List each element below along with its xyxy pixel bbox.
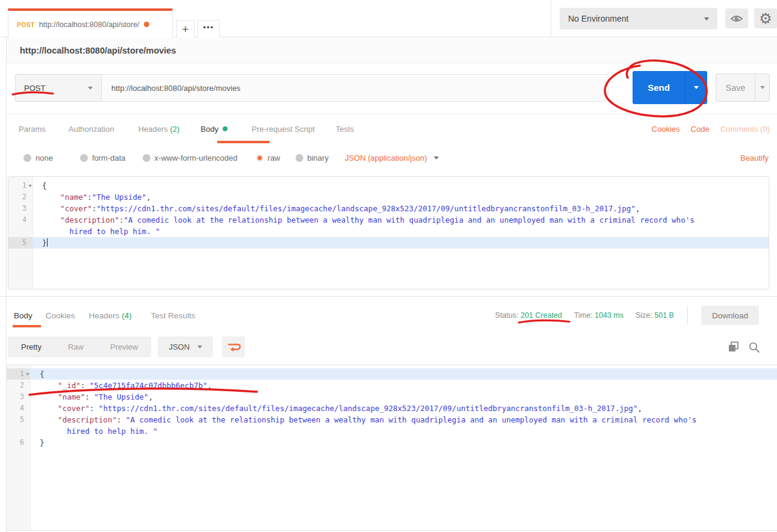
unsaved-changes-dot <box>144 22 149 27</box>
environment-label: No Environment <box>568 14 628 23</box>
code-line[interactable]: "description": "A comedic look at the re… <box>30 414 777 425</box>
radio-raw-label: raw <box>268 153 280 162</box>
download-button[interactable]: Download <box>701 306 759 325</box>
tab-headers[interactable]: Headers (2) <box>138 125 180 134</box>
comments-link[interactable]: Comments (0) <box>720 125 770 134</box>
tab-response-headers[interactable]: Headers (4) <box>89 311 132 320</box>
line-number: 4 <box>8 214 33 226</box>
code-line[interactable]: "_id": "5c4e715fa74c07dbbb6ecb7b", <box>30 380 777 391</box>
chevron-down-icon <box>88 87 93 90</box>
cookies-link[interactable]: Cookies <box>652 125 680 134</box>
radio-urlencoded-label: x-www-form-urlencoded <box>155 153 238 162</box>
status-value: 201 Created <box>521 311 562 320</box>
response-icons <box>727 341 760 353</box>
postman-app: POST http://localhost:8080/api/store/ + … <box>0 0 777 532</box>
divider <box>687 306 688 324</box>
view-raw[interactable]: Raw <box>55 342 97 351</box>
new-tab-button[interactable]: + <box>176 20 194 38</box>
chevron-down-icon <box>694 86 699 89</box>
tab-body-label: Body <box>200 125 218 134</box>
code-line[interactable]: "name": "The Upside", <box>30 391 777 403</box>
headers-count-badge: (2) <box>170 125 179 134</box>
radio-binary[interactable]: binary <box>296 153 329 162</box>
tab-options-button[interactable]: ••• <box>197 20 220 38</box>
text-cursor <box>47 238 48 247</box>
radio-icon <box>143 154 150 162</box>
save-button[interactable]: Save <box>716 74 755 101</box>
response-body-editor[interactable]: 1{2 "_id": "5c4e715fa74c07dbbb6ecb7b",3 … <box>6 365 777 531</box>
line-number: 4 <box>6 403 30 414</box>
tab-response-body[interactable]: Body <box>14 311 33 320</box>
view-preview[interactable]: Preview <box>97 342 151 351</box>
copy-icon[interactable] <box>727 341 740 353</box>
send-button-group: Send <box>633 71 707 104</box>
url-input[interactable] <box>102 74 608 102</box>
send-button[interactable]: Send <box>633 71 685 104</box>
radio-none[interactable]: none <box>23 153 53 162</box>
radio-icon <box>296 154 303 162</box>
time-label: Time: <box>574 311 593 320</box>
tab-tests[interactable]: Tests <box>336 125 354 134</box>
tab-test-results[interactable]: Test Results <box>151 311 196 320</box>
chevron-down-icon <box>197 345 202 348</box>
environment-preview-button[interactable] <box>725 8 748 28</box>
fold-arrow-icon[interactable] <box>28 185 32 187</box>
tab-pre-request-script[interactable]: Pre-request Script <box>252 125 315 134</box>
radio-urlencoded[interactable]: x-www-form-urlencoded <box>143 153 238 162</box>
ellipsis-icon: ••• <box>203 23 214 32</box>
request-tab[interactable]: POST http://localhost:8080/api/store/ <box>8 8 173 38</box>
tab-authorization[interactable]: Authorization <box>69 125 114 134</box>
radio-form-data[interactable]: form-data <box>80 153 126 162</box>
radio-selected-icon <box>256 154 264 162</box>
tab-response-cookies[interactable]: Cookies <box>46 311 75 320</box>
divider <box>0 296 777 297</box>
code-line[interactable]: } <box>33 237 769 249</box>
tab-response-headers-label: Headers <box>89 311 120 320</box>
line-number: 1 <box>6 368 30 380</box>
divider <box>551 0 551 37</box>
request-title-bar: http://localhost:8080/api/store/movies <box>7 38 777 63</box>
method-selector[interactable]: POST <box>15 74 102 102</box>
code-line[interactable]: hired to help him. " <box>30 425 777 437</box>
tab-body[interactable]: Body <box>200 125 228 134</box>
response-toolbar: Pretty Raw Preview JSON <box>7 330 777 364</box>
line-number <box>6 425 30 437</box>
wrap-lines-button[interactable] <box>222 336 245 357</box>
code-line[interactable]: } <box>30 437 777 448</box>
body-type-row: none form-data x-www-form-urlencoded raw… <box>7 143 777 172</box>
wrap-text-icon <box>227 342 241 353</box>
radio-raw[interactable]: raw <box>256 153 280 162</box>
request-title: http://localhost:8080/api/store/movies <box>20 46 176 55</box>
code-line[interactable]: "cover":"https://cdn1.thr.com/sites/defa… <box>33 203 769 214</box>
code-line[interactable]: hired to help him. " <box>33 226 769 237</box>
code-line[interactable]: "cover": "https://cdn1.thr.com/sites/def… <box>30 403 777 414</box>
code-line[interactable]: "name":"The Upside", <box>33 191 769 203</box>
chevron-down-icon <box>434 156 439 159</box>
view-pretty[interactable]: Pretty <box>8 342 55 351</box>
gear-icon: ⚙ <box>759 11 772 26</box>
size-item: Size: 501 B <box>636 311 674 320</box>
time-item: Time: 1043 ms <box>574 311 624 320</box>
content-type-selector[interactable]: JSON (application/json) <box>345 153 439 162</box>
tab-headers-label: Headers <box>138 125 168 134</box>
tab-params[interactable]: Params <box>19 125 46 134</box>
code-line[interactable]: { <box>30 368 777 380</box>
send-options-button[interactable] <box>685 71 707 104</box>
line-number: 6 <box>6 437 30 448</box>
fold-arrow-icon[interactable] <box>26 373 29 376</box>
line-number: 1 <box>8 180 33 191</box>
settings-button[interactable]: ⚙ <box>754 8 777 28</box>
request-body-editor[interactable]: 1{2 "name":"The Upside",3 "cover":"https… <box>8 176 769 289</box>
request-links: Cookies Code Comments (0) <box>652 114 770 143</box>
code-line[interactable]: "description":"A comedic look at the rel… <box>33 214 769 226</box>
response-status-group: Status: 201 Created Time: 1043 ms Size: … <box>495 301 759 330</box>
environment-selector[interactable]: No Environment <box>560 8 717 29</box>
search-icon[interactable] <box>748 341 760 353</box>
radio-icon <box>80 154 88 162</box>
response-type-selector[interactable]: JSON <box>158 336 213 357</box>
code-line[interactable]: { <box>33 180 769 191</box>
save-options-button[interactable] <box>755 74 769 101</box>
body-filled-dot <box>223 126 228 131</box>
code-link[interactable]: Code <box>691 125 710 134</box>
beautify-link[interactable]: Beautify <box>740 153 769 162</box>
